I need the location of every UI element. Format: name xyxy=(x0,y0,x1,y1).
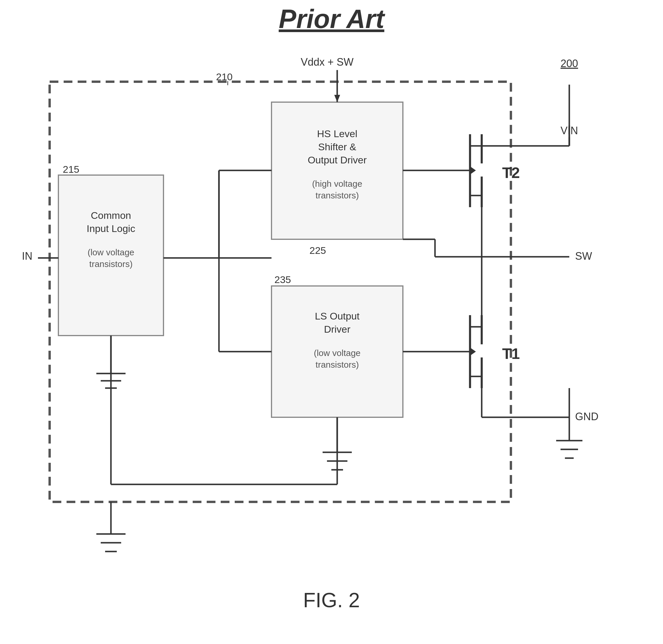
hs-label3: Output Driver xyxy=(308,154,367,165)
ls-sub2: transistors) xyxy=(315,360,359,369)
ls-label1: LS Output xyxy=(315,310,360,322)
ls-label2: Driver xyxy=(324,324,351,335)
ref-235: 235 xyxy=(274,274,291,285)
hs-sub2: transistors) xyxy=(315,190,359,200)
common-input-sub2: transistors) xyxy=(89,259,133,269)
common-input-label: Common xyxy=(91,210,131,221)
in-label: IN xyxy=(22,250,32,262)
t1-label: T1 xyxy=(502,345,520,362)
common-input-sub: (low voltage xyxy=(88,248,134,257)
fig-label: FIG. 2 xyxy=(0,589,663,612)
hs-block xyxy=(271,102,403,239)
ref-215: 215 xyxy=(63,164,80,175)
gnd-label: GND xyxy=(575,411,598,422)
sw-label: SW xyxy=(575,250,592,262)
t2-arrow xyxy=(470,166,476,175)
ls-sub1: (low voltage xyxy=(314,348,360,358)
t2-label: T2 xyxy=(502,164,520,181)
t1-arrow xyxy=(470,347,476,356)
common-input-label2: Input Logic xyxy=(87,223,135,234)
circuit-diagram: text { font-family: Arial, sans-serif; f… xyxy=(15,38,657,592)
ref-225: 225 xyxy=(309,245,326,256)
hs-label2: Shifter & xyxy=(318,141,356,152)
hs-label1: HS Level xyxy=(317,128,357,139)
page: Prior Art text { font-family: Arial, san… xyxy=(0,0,663,644)
page-title: Prior Art xyxy=(0,4,663,34)
ref-210: 210 xyxy=(216,71,233,82)
vddx-arrow xyxy=(334,95,340,102)
hs-sub1: (high voltage xyxy=(312,179,362,188)
vddx-label: Vddx + SW xyxy=(301,56,354,68)
ref-200: 200 xyxy=(560,58,578,69)
